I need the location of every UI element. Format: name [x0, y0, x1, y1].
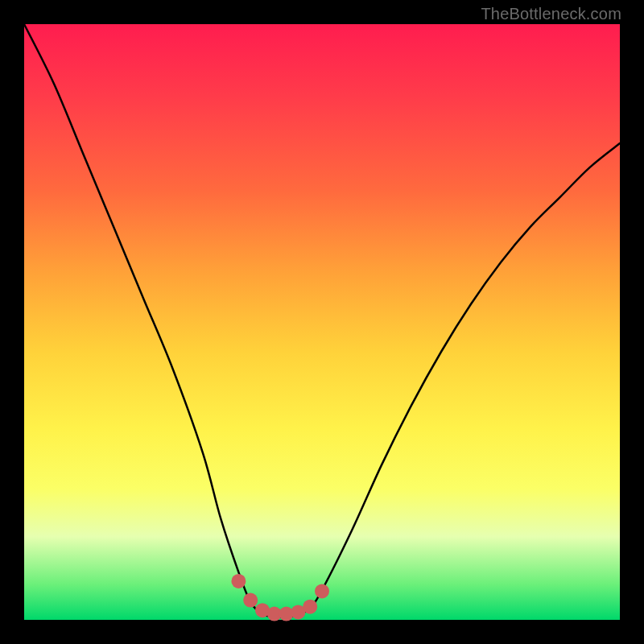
bottom-dot	[315, 584, 329, 598]
bottom-dot	[231, 574, 246, 588]
bottom-dot	[303, 600, 317, 614]
watermark-text: TheBottleneck.com	[481, 5, 621, 23]
bottleneck-curve-path	[24, 24, 620, 617]
chart-frame: TheBottleneck.com	[0, 0, 644, 644]
bottom-dot	[243, 593, 258, 608]
bottom-dots-group	[231, 574, 329, 621]
plot-area	[24, 24, 620, 620]
curve-svg	[24, 24, 620, 620]
